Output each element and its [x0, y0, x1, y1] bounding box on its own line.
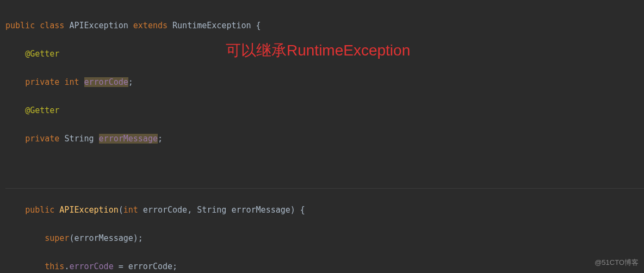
- field-annotation-line: @Getter: [5, 47, 644, 61]
- watermark: @51CTO博客: [595, 256, 639, 270]
- code-line: this.errorCode = errorCode;: [5, 259, 644, 273]
- field-declaration-line: private int errorCode;: [5, 75, 644, 89]
- field-annotation-line: @Getter: [5, 103, 644, 117]
- field-errormessage: errorMessage: [99, 134, 158, 144]
- method-separator: [5, 188, 644, 189]
- blank-line: [5, 160, 644, 174]
- constructor-signature: public APIException(int errorCode, Strin…: [5, 203, 644, 217]
- class-declaration-line: public class APIException extends Runtim…: [5, 18, 644, 33]
- code-editor[interactable]: public class APIException extends Runtim…: [0, 0, 644, 273]
- field-errorcode: errorCode: [84, 77, 128, 87]
- code-line: super(errorMessage);: [5, 231, 644, 245]
- field-declaration-line: private String errorMessage;: [5, 132, 644, 146]
